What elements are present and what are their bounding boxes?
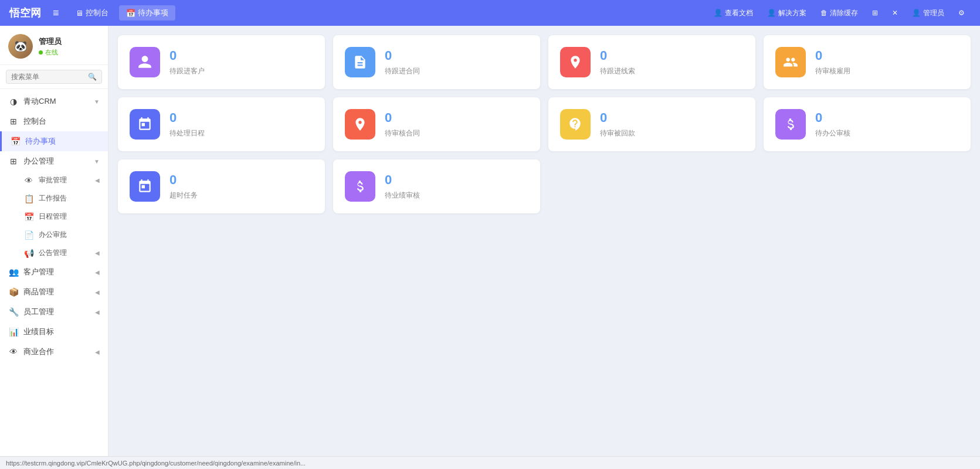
overdue-icon bbox=[130, 171, 160, 202]
card-follow-customer[interactable]: 0 待跟进客户 bbox=[118, 35, 325, 89]
schedule-card-info: 0 待处理日程 bbox=[169, 110, 205, 138]
sidebar-item-report[interactable]: 📋 工作报告 bbox=[0, 189, 108, 208]
follow-clue-info: 0 待跟进线索 bbox=[600, 48, 635, 76]
employee-arrow-icon: ◀ bbox=[95, 309, 100, 315]
brand-logo: 悟空网 bbox=[9, 6, 41, 20]
approval-label: 审批管理 bbox=[39, 175, 67, 185]
sidebar-item-office[interactable]: ⊞ 办公管理 ▼ bbox=[0, 151, 108, 171]
cards-row-2: 0 待处理日程 0 待审核合同 0 待审被回款 bbox=[118, 97, 971, 151]
employee-icon: 🔧 bbox=[8, 307, 19, 317]
docs-label: 查看文档 bbox=[725, 8, 753, 18]
sidebar-username: 管理员 bbox=[39, 36, 62, 47]
overdue-label: 超时任务 bbox=[169, 191, 198, 200]
follow-customer-icon bbox=[130, 47, 160, 77]
performance-audit-info: 0 待业绩审核 bbox=[385, 172, 420, 200]
approval-icon: 👁 bbox=[23, 176, 34, 185]
schedule-card-icon bbox=[130, 109, 160, 140]
notice-label: 公告管理 bbox=[39, 248, 67, 258]
sidebar-item-employee[interactable]: 🔧 员工管理 ◀ bbox=[0, 302, 108, 322]
card-office-audit[interactable]: 0 待办公审核 bbox=[764, 97, 971, 151]
sidebar-item-dashboard[interactable]: ⊞ 控制台 bbox=[0, 111, 108, 131]
status-dot-icon bbox=[39, 50, 43, 55]
refund-icon bbox=[560, 109, 591, 140]
card-follow-contract[interactable]: 0 待跟进合同 bbox=[333, 35, 540, 89]
performance-audit-icon bbox=[345, 171, 375, 202]
avatar-image: 🐼 bbox=[8, 34, 33, 59]
card-schedule[interactable]: 0 待处理日程 bbox=[118, 97, 325, 151]
settings-icon: ⚙ bbox=[958, 9, 965, 17]
audit-contract-number: 0 bbox=[385, 110, 420, 125]
dashboard-icon: 🖥 bbox=[76, 9, 83, 18]
sidebar-item-customer[interactable]: 👥 客户管理 ◀ bbox=[0, 262, 108, 282]
sidebar-item-crm[interactable]: ◑ 青动CRM ▼ bbox=[0, 91, 108, 111]
card-empty-1 bbox=[548, 159, 755, 213]
search-icon[interactable]: 🔍 bbox=[88, 73, 97, 81]
sidebar-item-approval[interactable]: 👁 审批管理 ◀ bbox=[0, 171, 108, 189]
card-review-employee[interactable]: 0 待审核雇用 bbox=[764, 35, 971, 89]
follow-contract-info: 0 待跟进合同 bbox=[385, 48, 420, 76]
topnav-close-btn[interactable]: ✕ bbox=[886, 6, 904, 19]
follow-clue-label: 待跟进线索 bbox=[600, 66, 635, 76]
audit-contract-label: 待审核合同 bbox=[385, 128, 420, 138]
topnav-user-btn[interactable]: 👤 管理员 bbox=[906, 6, 950, 21]
office-audit-icon bbox=[775, 109, 806, 140]
office-icon: ⊞ bbox=[8, 157, 19, 166]
sidebar-item-business[interactable]: 👁 商业合作 ◀ bbox=[0, 342, 108, 362]
sidebar-item-schedule[interactable]: 📅 日程管理 bbox=[0, 208, 108, 226]
clear-cache-icon: 🗑 bbox=[820, 9, 828, 17]
follow-contract-label: 待跟进合同 bbox=[385, 66, 420, 76]
solution-label: 解决方案 bbox=[778, 8, 806, 18]
topnav-items: 🖥 控制台 📅 待办事项 bbox=[69, 5, 175, 21]
status-label: 在线 bbox=[45, 48, 58, 57]
oa-icon: 📄 bbox=[23, 230, 34, 240]
customer-label: 客户管理 bbox=[23, 267, 95, 277]
target-icon: 📊 bbox=[8, 327, 19, 337]
office-label: 办公管理 bbox=[23, 156, 94, 166]
sidebar-item-notice[interactable]: 📢 公告管理 ◀ bbox=[0, 244, 108, 262]
sidebar-item-todo[interactable]: 📅 待办事项 bbox=[0, 131, 108, 151]
card-performance-audit[interactable]: 0 待业绩审核 bbox=[333, 159, 540, 213]
sidebar-user-section: 🐼 管理员 在线 bbox=[0, 26, 108, 65]
schedule-label-text: 待处理日程 bbox=[169, 128, 205, 138]
card-overdue[interactable]: 0 超时任务 bbox=[118, 159, 325, 213]
business-label: 商业合作 bbox=[23, 346, 95, 357]
review-employee-icon bbox=[775, 47, 806, 77]
topnav-clear-cache-btn[interactable]: 🗑 清除缓存 bbox=[815, 6, 864, 21]
follow-clue-number: 0 bbox=[600, 48, 635, 63]
card-follow-clue[interactable]: 0 待跟进线索 bbox=[548, 35, 755, 89]
topnav-item-dashboard[interactable]: 🖥 控制台 bbox=[69, 5, 116, 21]
topnav-settings-btn[interactable]: ⚙ bbox=[952, 6, 971, 19]
topnav: 悟空网 ≡ 🖥 控制台 📅 待办事项 👤 查看文档 👤 解决方案 🗑 清除缓存 … bbox=[0, 0, 980, 26]
search-input[interactable] bbox=[11, 73, 88, 81]
topnav-item-todo[interactable]: 📅 待办事项 bbox=[119, 5, 175, 21]
menu-toggle-icon[interactable]: ≡ bbox=[53, 7, 59, 19]
clear-cache-label: 清除缓存 bbox=[830, 8, 858, 18]
card-audit-contract[interactable]: 0 待审核合同 bbox=[333, 97, 540, 151]
crm-icon: ◑ bbox=[8, 97, 19, 106]
search-box[interactable]: 🔍 bbox=[6, 70, 102, 84]
topnav-right: 👤 查看文档 👤 解决方案 🗑 清除缓存 ⊞ ✕ 👤 管理员 ⚙ bbox=[708, 6, 971, 21]
refund-info: 0 待审被回款 bbox=[600, 110, 635, 138]
office-audit-number: 0 bbox=[815, 110, 850, 125]
main-layout: 🐼 管理员 在线 🔍 ◑ 青动CRM ▼ ⊞ bbox=[0, 26, 980, 456]
sidebar-item-product[interactable]: 📦 商品管理 ◀ bbox=[0, 282, 108, 302]
topnav-grid-btn[interactable]: ⊞ bbox=[866, 6, 884, 19]
product-icon: 📦 bbox=[8, 287, 19, 297]
business-icon: 👁 bbox=[8, 347, 19, 356]
card-refund[interactable]: 0 待审被回款 bbox=[548, 97, 755, 151]
product-label: 商品管理 bbox=[23, 287, 95, 297]
follow-contract-number: 0 bbox=[385, 48, 420, 63]
review-employee-label: 待审核雇用 bbox=[815, 66, 850, 76]
topnav-docs-btn[interactable]: 👤 查看文档 bbox=[708, 6, 759, 21]
topnav-solution-btn[interactable]: 👤 解决方案 bbox=[761, 6, 812, 21]
follow-contract-icon bbox=[345, 47, 375, 77]
performance-audit-label: 待业绩审核 bbox=[385, 191, 420, 200]
grid-icon: ⊞ bbox=[872, 9, 878, 17]
sidebar-item-oa[interactable]: 📄 办公审批 bbox=[0, 226, 108, 244]
sidebar-item-target[interactable]: 📊 业绩目标 bbox=[0, 322, 108, 342]
sidebar-search-area: 🔍 bbox=[0, 65, 108, 89]
notice-arrow-icon: ◀ bbox=[95, 250, 100, 256]
notice-icon: 📢 bbox=[23, 249, 34, 258]
user-avatar-icon: 👤 bbox=[912, 9, 921, 17]
business-arrow-icon: ◀ bbox=[95, 349, 100, 355]
